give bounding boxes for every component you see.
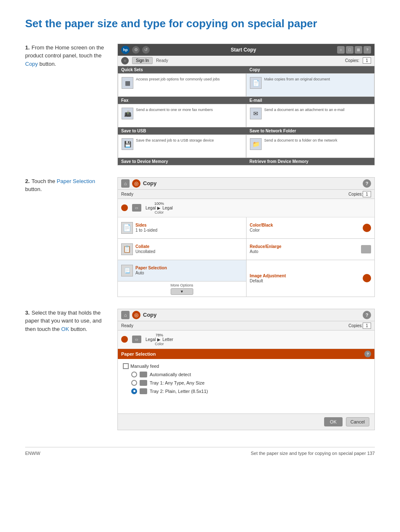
usb-item[interactable]: 💾 Save the scanned job to a USB storage … — [118, 134, 246, 158]
copies-value[interactable]: 1 — [363, 57, 371, 64]
email-item[interactable]: ✉ Send a document as an attachment to an… — [246, 104, 374, 127]
email-content: Send a document as an attachment to an e… — [264, 108, 371, 113]
paper-sel-value: Auto — [135, 271, 167, 275]
device-memory-section: Save to Device Memory Retrieve from Devi… — [118, 158, 374, 165]
auto-detect-radio[interactable] — [131, 372, 137, 377]
img-adj-value: Default — [250, 279, 361, 283]
copy-item[interactable]: 📄 Make copies from an original document — [246, 73, 374, 97]
footer-right: Set the paper size and type for copying … — [251, 451, 375, 456]
ok-cancel-row: OK Cancel — [118, 413, 374, 430]
sign-in-button[interactable]: Sign In — [132, 57, 153, 64]
paper-selection-panel: Paper Selection ? Manually feed Automati… — [118, 349, 374, 430]
step-2-num: 2. — [25, 178, 30, 184]
ss3-copies-value[interactable]: 1 — [363, 323, 371, 329]
ss1-status: ○ Sign In Ready Copies: 1 — [118, 56, 374, 66]
ss3-tray-icon: ▭ — [132, 336, 141, 343]
step-1-desc: From the Home screen on the product cont… — [25, 44, 104, 67]
ok-button[interactable]: OK — [324, 417, 343, 426]
tray1-icon — [140, 380, 147, 386]
tray2-label: Tray 2: Plain, Letter (8.5x11) — [150, 389, 208, 394]
ss3-arrow-icon: ▶ — [157, 337, 161, 342]
home-button[interactable]: ⌂ — [121, 179, 130, 188]
reduce-enlarge-option[interactable]: Reduce/Enlarge Auto — [247, 239, 375, 260]
more-options-button[interactable]: ▼ — [171, 288, 193, 295]
hp-logo: hp — [121, 46, 130, 54]
ss3-copy-icon: ◎ — [132, 311, 140, 319]
quick-sets-content: Access preset job options for commonly u… — [136, 77, 242, 82]
copies-label: Copies: — [345, 58, 359, 63]
network-icon: 📁 — [250, 138, 262, 150]
paper-sel-body: Manually feed Automatically detect Tray … — [118, 359, 374, 413]
tray-icon-ss2: ▭ — [132, 204, 141, 212]
email-icon: ✉ — [250, 108, 262, 119]
screenshot-3: ⌂ ◎ Copy ? Ready Copies: 1 ▭ 78% Legal ▶… — [117, 309, 375, 430]
manually-feed-checkbox[interactable] — [123, 363, 129, 369]
ss3-home-button[interactable]: ⌂ — [121, 311, 130, 319]
options-grid: 📄 Sides 1 to 1-sided Color/Black Color 📋… — [118, 217, 374, 297]
color-value: Color — [250, 228, 361, 232]
sides-option[interactable]: 📄 Sides 1 to 1-sided — [118, 217, 246, 238]
copy-desc: Make copies from an original document — [264, 77, 371, 82]
collate-option[interactable]: 📋 Collate Uncollated — [118, 239, 246, 260]
step-2: 2. Touch the Paper Selection button. ⌂ ◎… — [25, 177, 375, 297]
quick-sets-item[interactable]: ▦ Access preset job options for commonly… — [118, 73, 246, 97]
footer-left: ENWW — [25, 451, 40, 456]
fax-row: 📠 Send a document to one or more fax num… — [118, 104, 374, 127]
image-adj-option[interactable]: Image Adjustment Default — [247, 260, 375, 297]
email-desc: Send a document as an attachment to an e… — [264, 108, 371, 113]
status-circle: ○ — [121, 57, 129, 65]
quick-sets-desc: Access preset job options for commonly u… — [136, 77, 242, 82]
refresh-icon: ↺ — [142, 46, 150, 54]
help-button[interactable]: ? — [363, 179, 371, 188]
network-header: Save to Network Folder — [246, 127, 374, 134]
more-options-label: More Options — [171, 283, 193, 287]
ss3-copies-label: Copies: — [348, 323, 363, 328]
color-dot — [121, 204, 128, 211]
ss3-color-dot — [121, 336, 128, 343]
save-device-header: Save to Device Memory — [118, 158, 246, 165]
zoom-display: 100% Legal ▶ Legal Color — [145, 201, 173, 214]
color-title: Color/Black — [250, 223, 361, 227]
fax-item[interactable]: 📠 Send a document to one or more fax num… — [118, 104, 246, 127]
usb-content: Save the scanned job to a USB storage de… — [136, 138, 242, 143]
copy-circle-icon: ◎ — [132, 179, 140, 188]
color-dot-right — [363, 224, 371, 232]
more-options-cell: More Options ▼ — [118, 281, 246, 297]
corner-icons: ○ □ ⊞ ? — [337, 46, 371, 54]
ss2-copies-label: Copies: — [348, 192, 363, 196]
paper-selection-option[interactable]: 📃 Paper Selection Auto — [118, 260, 246, 281]
auto-detect-row[interactable]: Automatically detect — [131, 372, 369, 377]
collate-content: Collate Uncollated — [135, 244, 155, 254]
paper-sel-title: Paper Selection — [135, 266, 167, 270]
ss2-ready: Ready — [121, 192, 133, 196]
cancel-button[interactable]: Cancel — [346, 417, 369, 426]
quick-sets-section: Quick Sets Copy — [118, 66, 374, 73]
paper-sel-icon: 📃 — [121, 265, 133, 276]
ss2-title: Copy — [143, 180, 360, 186]
tray2-radio[interactable] — [131, 388, 137, 394]
paper-sel-content: Paper Selection Auto — [135, 266, 167, 275]
usb-section: Save to USB Save to Network Folder — [118, 127, 374, 134]
ss2-copies-value[interactable]: 1 — [363, 191, 371, 197]
help-icon: ? — [364, 46, 371, 54]
ss2-status: Ready Copies: 1 — [118, 190, 374, 199]
quick-sets-row: ▦ Access preset job options for commonly… — [118, 73, 374, 97]
color-option[interactable]: Color/Black Color — [247, 217, 375, 238]
reduce-content: Reduce/Enlarge Auto — [250, 244, 359, 254]
tray1-radio[interactable] — [131, 380, 137, 386]
tray2-row[interactable]: Tray 2: Plain, Letter (8.5x11) — [131, 388, 369, 394]
ss3-help-button[interactable]: ? — [363, 311, 371, 319]
step-2-desc: Touch the Paper Selection button. — [25, 178, 95, 193]
paper-sel-help[interactable]: ? — [364, 351, 371, 357]
collate-value: Uncollated — [135, 249, 155, 254]
tray1-row[interactable]: Tray 1: Any Type, Any Size — [131, 380, 369, 386]
network-content: Send a document to a folder on the netwo… — [264, 138, 371, 143]
fax-icon: 📠 — [122, 108, 133, 119]
usb-header: Save to USB — [118, 127, 246, 134]
sides-title: Sides — [135, 223, 157, 227]
paper-sel-panel-header: Paper Selection ? — [118, 349, 374, 359]
retrieve-device-header: Retrieve from Device Memory — [246, 158, 374, 165]
collate-icon: 📋 — [121, 243, 133, 255]
network-item[interactable]: 📁 Send a document to a folder on the net… — [246, 134, 374, 158]
ss3-info-row: ▭ 78% Legal ▶ Letter Color — [118, 331, 374, 349]
